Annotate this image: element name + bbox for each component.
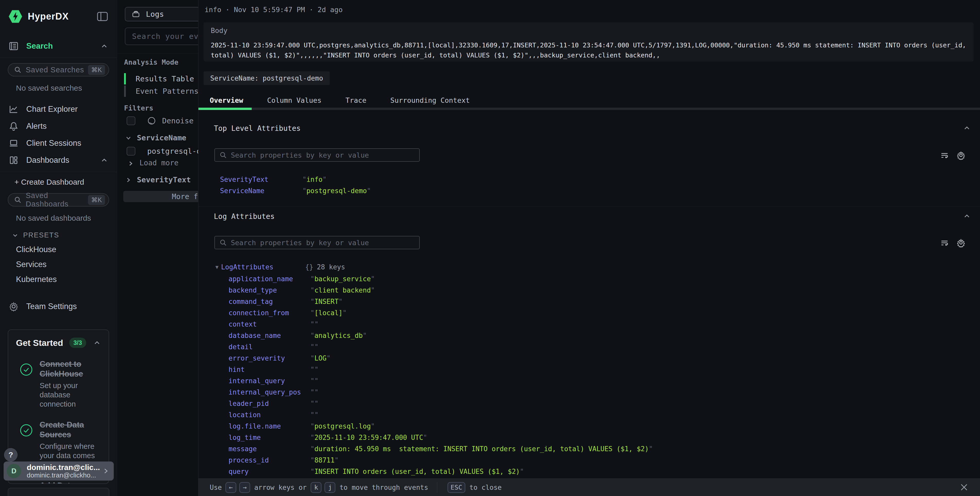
- sidebar-item-dashboards[interactable]: Dashboards: [0, 154, 117, 166]
- attribute-value[interactable]: [310, 366, 980, 373]
- chevron-up-icon[interactable]: [100, 156, 108, 164]
- tab-column-values[interactable]: Column Values: [267, 93, 321, 108]
- log-attributes-search-input[interactable]: Search properties by key or value: [215, 236, 420, 249]
- gear-icon[interactable]: [956, 238, 966, 247]
- attribute-value[interactable]: [310, 411, 980, 419]
- attribute-key[interactable]: log.file.name: [229, 423, 310, 430]
- attribute-key[interactable]: message: [229, 445, 310, 453]
- attribute-row[interactable]: ServiceName postgresql-demo: [199, 185, 980, 196]
- attribute-key[interactable]: ServiceName: [220, 187, 302, 195]
- service-name-tag[interactable]: ServiceName: postgresql-demo: [204, 71, 330, 85]
- attribute-row[interactable]: error_severity LOG: [199, 352, 980, 364]
- attribute-value[interactable]: [310, 343, 980, 351]
- attribute-row[interactable]: log.file.name postgresql.log: [199, 421, 980, 432]
- attribute-row[interactable]: application_name backup_service: [199, 273, 980, 285]
- wrap-lines-icon[interactable]: [940, 238, 949, 247]
- top-level-search-input[interactable]: Search properties by key or value: [215, 148, 420, 162]
- attribute-row[interactable]: internal_query: [199, 375, 980, 386]
- attribute-row[interactable]: location: [199, 409, 980, 421]
- saved-searches-input[interactable]: Saved Searches ⌘K: [8, 63, 109, 77]
- chevron-up-icon[interactable]: [93, 339, 101, 347]
- attribute-row[interactable]: command_tag INSERT: [199, 296, 980, 307]
- attribute-value[interactable]: duration: 45.950 ms statement: INSERT IN…: [310, 445, 980, 453]
- attribute-key[interactable]: database_name: [229, 332, 310, 340]
- attribute-value[interactable]: INSERT INTO orders (user_id, total) VALU…: [310, 468, 980, 475]
- saved-dashboards-input[interactable]: Saved Dashboards ⌘K: [8, 193, 109, 207]
- attribute-row[interactable]: leader_pid: [199, 398, 980, 409]
- preset-item[interactable]: ClickHouse: [16, 245, 117, 254]
- wrap-lines-icon[interactable]: [940, 151, 949, 160]
- attribute-key[interactable]: hint: [229, 366, 310, 373]
- attribute-value[interactable]: backup_service: [310, 275, 980, 283]
- attribute-value[interactable]: [310, 321, 980, 328]
- severitytext-filter-group[interactable]: SeverityText: [125, 175, 191, 184]
- attribute-value[interactable]: 2025-11-10 23:59:47.000 UTC: [310, 434, 980, 442]
- attribute-key[interactable]: process_id: [229, 456, 310, 464]
- attribute-key[interactable]: query: [229, 468, 310, 475]
- denoise-checkbox[interactable]: [127, 116, 135, 125]
- attribute-value[interactable]: INSERT: [310, 298, 980, 305]
- body-text[interactable]: 2025-11-10 23:59:47.000 UTC,postgres,ana…: [211, 40, 966, 60]
- collapse-sidebar-icon[interactable]: [97, 11, 108, 21]
- attribute-row[interactable]: backend_type client backend: [199, 285, 980, 296]
- attribute-value[interactable]: postgresql-demo: [302, 187, 980, 195]
- help-button[interactable]: ?: [4, 448, 18, 461]
- attribute-row[interactable]: message duration: 45.950 ms statement: I…: [199, 443, 980, 455]
- chevron-up-icon[interactable]: [100, 42, 108, 50]
- attribute-key[interactable]: command_tag: [229, 298, 310, 305]
- attribute-value[interactable]: 88711: [310, 456, 980, 464]
- servicename-filter-group[interactable]: ServiceName: [125, 133, 186, 142]
- log-attributes-root-row[interactable]: ▼ LogAttributes {} 28 keys: [199, 261, 980, 273]
- attribute-row[interactable]: connection_from [local]: [199, 307, 980, 319]
- attribute-value[interactable]: LOG: [310, 354, 980, 362]
- attribute-key[interactable]: log_time: [229, 434, 310, 442]
- close-icon[interactable]: [958, 482, 970, 493]
- attribute-row[interactable]: database_name analytics_db: [199, 330, 980, 341]
- attribute-row[interactable]: query INSERT INTO orders (user_id, total…: [199, 466, 980, 477]
- load-more-button[interactable]: Load more: [128, 159, 178, 167]
- sidebar-item-alerts[interactable]: Alerts: [0, 120, 117, 132]
- attribute-value[interactable]: [310, 377, 980, 385]
- attribute-value[interactable]: info: [302, 175, 980, 183]
- attribute-value[interactable]: [310, 400, 980, 407]
- attribute-value[interactable]: analytics_db: [310, 332, 980, 340]
- attribute-key[interactable]: LogAttributes: [221, 263, 305, 271]
- attribute-key[interactable]: leader_pid: [229, 400, 310, 407]
- attribute-key[interactable]: detail: [229, 343, 310, 351]
- chevron-up-icon[interactable]: [963, 212, 971, 220]
- attribute-key[interactable]: SeverityText: [220, 175, 302, 183]
- attribute-row[interactable]: internal_query_pos: [199, 386, 980, 398]
- sidebar-item-client-sessions[interactable]: Client Sessions: [0, 137, 117, 149]
- create-dashboard-button[interactable]: + Create Dashboard: [0, 176, 117, 188]
- chevron-up-icon[interactable]: [963, 124, 971, 132]
- attribute-key[interactable]: error_severity: [229, 354, 310, 362]
- user-menu[interactable]: D dominic.tran@clic... dominic.tran@clic…: [3, 461, 114, 480]
- attribute-key[interactable]: connection_from: [229, 309, 310, 317]
- get-started-step[interactable]: Add Data Start sending logs, metrics, or…: [16, 481, 101, 484]
- get-started-step[interactable]: Connect to ClickHouse Set up your databa…: [16, 359, 101, 409]
- sidebar-item-chart-explorer[interactable]: Chart Explorer: [0, 103, 117, 115]
- tab-overview[interactable]: Overview: [210, 93, 243, 108]
- attribute-key[interactable]: internal_query: [229, 377, 310, 385]
- sidebar-item-team-settings[interactable]: Team Settings: [0, 301, 117, 313]
- sidebar-item-search[interactable]: Search: [0, 40, 117, 52]
- preset-item[interactable]: Services: [16, 260, 117, 269]
- attribute-row[interactable]: log_time 2025-11-10 23:59:47.000 UTC: [199, 432, 980, 443]
- attribute-row[interactable]: process_id 88711: [199, 455, 980, 466]
- attribute-value[interactable]: [local]: [310, 309, 980, 317]
- attribute-row[interactable]: hint: [199, 364, 980, 375]
- service-checkbox[interactable]: [127, 147, 135, 156]
- gear-icon[interactable]: [956, 151, 966, 160]
- preset-item[interactable]: Kubernetes: [16, 275, 117, 284]
- attribute-key[interactable]: location: [229, 411, 310, 419]
- attribute-row[interactable]: SeverityText info: [199, 174, 980, 185]
- collapse-triangle-icon[interactable]: ▼: [215, 264, 221, 270]
- attribute-row[interactable]: detail: [199, 341, 980, 352]
- attribute-key[interactable]: application_name: [229, 275, 310, 283]
- attribute-key[interactable]: context: [229, 321, 310, 328]
- attribute-value[interactable]: [310, 388, 980, 396]
- attribute-row[interactable]: context: [199, 319, 980, 330]
- tab-trace[interactable]: Trace: [345, 93, 366, 108]
- bottom-promo-card[interactable]: [8, 488, 110, 496]
- attribute-value[interactable]: postgresql.log: [310, 423, 980, 430]
